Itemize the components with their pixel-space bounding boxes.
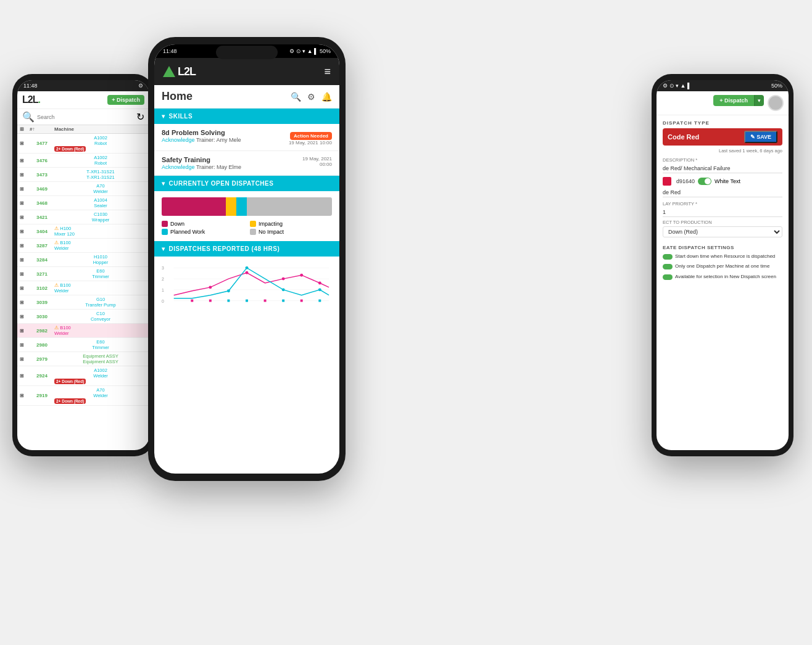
legend-label-noimpact: No Impact bbox=[259, 229, 284, 235]
center-phone: 11:48 ⚙ ⊙ ▾ ▲ ▌ 50% L2L ≡ Home 🔍 ⚙ 🔔 ▾ S… bbox=[148, 37, 346, 481]
right-status-bar: ⚙ ⊙ ▾ ▲ ▌ 50% bbox=[657, 80, 789, 91]
right-battery: 50% bbox=[771, 83, 782, 89]
row-expand: ⊞ bbox=[20, 286, 30, 291]
skill-card-1[interactable]: 8d Problem Solving Acknowledge Trainer: … bbox=[154, 124, 339, 151]
skills-chevron-icon[interactable]: ▾ bbox=[162, 113, 165, 120]
center-app-header: L2L ≡ bbox=[154, 58, 339, 85]
right-status-icons: ⚙ ⊙ ▾ ▲ ▌ bbox=[663, 83, 691, 89]
dispatch-main-button[interactable]: + Dispatch bbox=[713, 95, 754, 106]
skills-section-header: ▾ SKILLS bbox=[154, 109, 339, 124]
warning-icon: ⚠ bbox=[54, 226, 59, 231]
search-input-left[interactable] bbox=[37, 114, 134, 120]
bar-planned bbox=[236, 197, 247, 216]
setting-item-3: Available for selection in New Dispatch … bbox=[663, 274, 782, 280]
svg-point-13 bbox=[227, 289, 230, 292]
acknowledge-link-2[interactable]: Acknowledge bbox=[162, 164, 195, 170]
table-row[interactable]: ⊞ 3030 C10Conveyor bbox=[17, 310, 149, 324]
legend-dot-down bbox=[162, 221, 168, 227]
table-row[interactable]: ⊞ 3287 ⚠ B100Welder bbox=[17, 239, 149, 253]
table-body-left: ⊞ 3477 A1002Robot 2+ Down (Red) ⊞ 3476 A… bbox=[17, 134, 149, 406]
skill-title-1: 8d Problem Solving bbox=[162, 129, 241, 136]
description-value[interactable]: de Red/ Mechanical Failure bbox=[663, 164, 782, 173]
legend-dot-impacting bbox=[250, 221, 256, 227]
table-row[interactable]: ⊞ 3284 H1010Hopper bbox=[17, 253, 149, 267]
last-saved-text: Last saved 1 week, 6 days ago bbox=[663, 148, 782, 154]
center-status-icons: ⚙ ⊙ ▾ ▲ ▌ 50% bbox=[289, 48, 331, 54]
svg-text:0: 0 bbox=[162, 299, 164, 303]
row-expand: ⊞ bbox=[20, 314, 30, 319]
right-phone-screen: ⚙ ⊙ ▾ ▲ ▌ 50% + Dispatch ▾ DISPATCH TYPE… bbox=[657, 80, 789, 450]
table-row[interactable]: ⊞ 3039 G10Transfer Pump bbox=[17, 295, 149, 310]
table-row[interactable]: ⊞ 2919 A70Welder 2+ Down (Red) bbox=[17, 386, 149, 406]
table-row[interactable]: ⊞ 3473 T-XR1-31S21T-XR1-31S21 bbox=[17, 168, 149, 182]
reported-chevron-icon[interactable]: ▾ bbox=[162, 245, 165, 252]
settings-icon-center[interactable]: ⚙ bbox=[307, 92, 315, 102]
table-row[interactable]: ⊞ 3469 A70Welder bbox=[17, 182, 149, 196]
legend-label-planned: Planned Work bbox=[170, 229, 205, 235]
white-text-toggle[interactable] bbox=[698, 178, 711, 185]
setting-toggle-2[interactable] bbox=[663, 264, 673, 269]
svg-point-11 bbox=[300, 274, 303, 277]
svg-point-10 bbox=[282, 277, 285, 281]
left-phone: 11:48 ⚙ L2L. + Dispatch 🔍 ↻ ⊞ #↑ Machine… bbox=[12, 74, 154, 456]
dispatch-chart: Down Impacting Planned Work No Impact bbox=[154, 191, 339, 241]
table-row[interactable]: ⊞ 3476 A1002Robot bbox=[17, 154, 149, 168]
table-row[interactable]: ⊞ 3271 E60Trimmer bbox=[17, 267, 149, 281]
table-row[interactable]: ⊞ 3404 ⚠ H100Mixer 120 bbox=[17, 224, 149, 239]
bar-noimpact bbox=[247, 197, 332, 216]
skill-card-2[interactable]: Safety Training Acknowledge Trainer: May… bbox=[154, 151, 339, 176]
name-value[interactable]: de Red bbox=[663, 188, 782, 197]
row-expand: ⊞ bbox=[20, 141, 30, 146]
left-phone-screen: 11:48 ⚙ L2L. + Dispatch 🔍 ↻ ⊞ #↑ Machine… bbox=[17, 80, 149, 450]
table-row[interactable]: ⊞ 2980 E60Trimmer bbox=[17, 338, 149, 352]
legend-dot-noimpact bbox=[250, 229, 256, 235]
setting-toggle-1[interactable] bbox=[663, 254, 673, 260]
logo-triangle-icon bbox=[163, 66, 175, 77]
reported-label: DISPATCHES REPORTED (48 HRS) bbox=[169, 245, 280, 252]
row-expand: ⊞ bbox=[20, 271, 30, 277]
effect-section: ECT TO PRODUCTION Down (Red) Impacting N… bbox=[663, 220, 782, 241]
row-expand: ⊞ bbox=[20, 373, 30, 379]
dispatches-chevron-icon[interactable]: ▾ bbox=[162, 180, 165, 187]
row-expand: ⊞ bbox=[20, 186, 30, 192]
col-expand: ⊞ bbox=[20, 126, 30, 132]
right-content: DISPATCH TYPE Code Red ✎ SAVE Last saved… bbox=[657, 115, 789, 289]
setting-toggle-3[interactable] bbox=[663, 274, 673, 280]
acknowledge-link-1[interactable]: Acknowledge bbox=[162, 137, 195, 143]
effect-select[interactable]: Down (Red) Impacting No Impact bbox=[663, 226, 782, 237]
table-row[interactable]: ⊞ 2979 Equipment ASSYEquipment ASSY bbox=[17, 352, 149, 366]
dispatch-button-left[interactable]: + Dispatch bbox=[107, 95, 144, 105]
right-top-actions: + Dispatch ▾ bbox=[657, 91, 789, 115]
table-row[interactable]: ⊞ 3477 A1002Robot 2+ Down (Red) bbox=[17, 134, 149, 154]
search-icon-center[interactable]: 🔍 bbox=[291, 92, 301, 102]
row-expand: ⊞ bbox=[20, 342, 30, 348]
table-row[interactable]: ⊞ 2924 A1002Welder 2+ Down (Red) bbox=[17, 366, 149, 386]
svg-point-14 bbox=[246, 266, 249, 269]
svg-rect-22 bbox=[282, 300, 284, 302]
chart-legend: Down Impacting Planned Work No Impact bbox=[162, 221, 332, 235]
table-row[interactable]: ⊞ 3421 C1030Wrapper bbox=[17, 210, 149, 224]
color-toggle-row: d91640 White Text bbox=[663, 177, 782, 186]
dispatch-btn-right: + Dispatch ▾ bbox=[713, 95, 764, 106]
table-row[interactable]: ⊞ 2982 ⚠ B100Welder bbox=[17, 324, 149, 338]
row-expand: ⊞ bbox=[20, 243, 30, 249]
table-row[interactable]: ⊞ 3468 A1004Sealer bbox=[17, 196, 149, 210]
dispatches-section-header: ▾ CURRENTLY OPEN DISPATCHES bbox=[154, 176, 339, 191]
svg-rect-23 bbox=[300, 300, 303, 302]
bell-icon[interactable]: 🔔 bbox=[321, 92, 332, 102]
dispatch-dropdown-button[interactable]: ▾ bbox=[754, 95, 764, 106]
reported-chart-container: 3 2 1 0 bbox=[154, 257, 339, 307]
search-bar-left: 🔍 ↻ bbox=[17, 109, 149, 125]
save-button[interactable]: ✎ SAVE bbox=[744, 131, 777, 143]
legend-label-impacting: Impacting bbox=[259, 221, 283, 227]
right-phone: ⚙ ⊙ ▾ ▲ ▌ 50% + Dispatch ▾ DISPATCH TYPE… bbox=[652, 74, 793, 456]
skill-date-1: 19 May, 2021 10:00 bbox=[289, 140, 332, 146]
refresh-icon-left[interactable]: ↻ bbox=[136, 111, 144, 123]
row-expand: ⊞ bbox=[20, 158, 30, 163]
hamburger-menu-button[interactable]: ≡ bbox=[324, 65, 331, 78]
warning-icon: ⚠ bbox=[54, 240, 59, 245]
priority-value[interactable]: 1 bbox=[663, 208, 782, 217]
table-row[interactable]: ⊞ 3102 ⚠ B100Welder bbox=[17, 281, 149, 295]
l2l-logo-left: L2L. bbox=[22, 94, 40, 105]
legend-impacting: Impacting bbox=[250, 221, 332, 227]
